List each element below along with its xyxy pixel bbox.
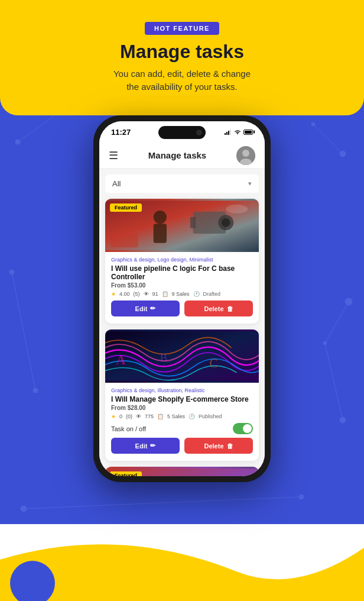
edit-icon-2: ✏ <box>150 442 155 450</box>
svg-line-16 <box>24 497 301 509</box>
rating-value-1: 4.00 <box>119 291 130 297</box>
svg-line-9 <box>18 112 59 142</box>
avatar[interactable] <box>236 146 255 165</box>
svg-line-13 <box>325 343 343 420</box>
status-time: 11:27 <box>111 128 131 137</box>
yellow-swoosh <box>0 524 364 601</box>
task-card: Featured Graphics & design, Logo design,… <box>105 199 259 324</box>
task-image-3: Featured <box>105 467 259 476</box>
views-icon-2: 👁 <box>136 413 141 419</box>
svg-point-32 <box>222 218 230 227</box>
price-value-2: $28.00 <box>128 405 146 411</box>
svg-line-11 <box>12 272 35 390</box>
task-actions-2: Edit ✏ Delete 🗑 <box>111 438 253 454</box>
svg-rect-20 <box>228 131 229 135</box>
delete-label-1: Delete <box>204 305 223 312</box>
task-body-1: Graphics & design, Logo design, Minimali… <box>105 252 259 324</box>
sales-icon-2: 📋 <box>157 413 164 419</box>
bottom-white <box>0 524 364 601</box>
svg-rect-21 <box>230 130 231 135</box>
status-icon-2: 🕐 <box>188 413 195 419</box>
svg-text:C: C <box>209 357 217 370</box>
phone-mockup: 11:27 <box>93 115 271 482</box>
filter-label: All <box>112 179 121 188</box>
featured-badge-3: Featured <box>110 471 142 476</box>
svg-line-12 <box>325 302 349 343</box>
price-value-1: $53.00 <box>128 282 146 289</box>
rating-icon-2: ★ <box>111 413 116 419</box>
task-thumbnail-2: A B C <box>105 329 259 383</box>
edit-label-1: Edit <box>135 305 148 312</box>
status-icon-1: 🕐 <box>193 291 200 297</box>
task-meta-1: ★ 4.00 (5) 👁 91 📋 9 Sales 🕐 Drafted <box>111 291 253 297</box>
svg-text:A: A <box>116 353 126 367</box>
views-2: 775 <box>145 413 154 419</box>
island-dot <box>196 130 202 135</box>
main-title: Manage tasks <box>120 41 244 63</box>
top-section: HOT FEATURE Manage tasks You can add, ed… <box>0 0 364 115</box>
trash-icon-1: 🗑 <box>227 305 233 312</box>
svg-rect-18 <box>225 133 226 135</box>
menu-icon[interactable]: ☰ <box>109 149 118 162</box>
task-price-1: From $53.00 <box>111 282 253 289</box>
rating-value-2: 0 <box>119 413 122 419</box>
phone-inner: 11:27 <box>99 121 265 476</box>
svg-text:B: B <box>160 351 167 364</box>
signal-icon <box>225 129 232 135</box>
toggle-knob <box>243 424 252 433</box>
svg-rect-19 <box>226 132 228 135</box>
edit-button-1[interactable]: Edit ✏ <box>111 300 180 316</box>
from-label-1: From <box>111 282 128 289</box>
dynamic-island <box>158 126 206 139</box>
app-bar-title: Manage tasks <box>124 150 230 160</box>
views-icon-1: 👁 <box>144 291 149 297</box>
status-bar: 11:27 <box>99 121 265 143</box>
sales-2: 5 Sales <box>167 413 185 419</box>
delete-button-2[interactable]: Delete 🗑 <box>184 438 253 454</box>
task-tags-1: Graphics & design, Logo design, Minimali… <box>111 257 253 263</box>
svg-rect-30 <box>190 217 196 228</box>
page-wrapper: HOT FEATURE Manage tasks You can add, ed… <box>0 0 364 601</box>
task-image-2: A B C <box>105 329 259 383</box>
reviews-2: (0) <box>126 413 132 419</box>
toggle-label: Task on / off <box>111 425 146 432</box>
svg-line-10 <box>313 124 343 154</box>
task-name-1: I Will use pipeline C logic For C base C… <box>111 264 253 281</box>
svg-point-27 <box>154 211 167 224</box>
trash-icon-2: 🗑 <box>227 442 233 450</box>
app-bar: ☰ Manage tasks <box>99 143 265 169</box>
content-area[interactable]: All ▾ <box>99 169 265 476</box>
chevron-down-icon: ▾ <box>248 180 252 188</box>
edit-label-2: Edit <box>135 442 148 450</box>
battery-icon <box>243 130 253 135</box>
sales-1: 9 Sales <box>172 291 190 297</box>
wifi-icon <box>234 129 241 135</box>
featured-badge-1: Featured <box>110 203 142 212</box>
task-price-2: From $28.00 <box>111 405 253 411</box>
svg-point-33 <box>226 205 248 214</box>
delete-button-1[interactable]: Delete 🗑 <box>184 300 253 316</box>
svg-point-22 <box>237 133 238 134</box>
from-label-2: From <box>111 405 128 411</box>
delete-label-2: Delete <box>204 442 223 450</box>
task-tags-2: Graphics & design, Illustration, Realist… <box>111 387 253 393</box>
sales-icon-1: 📋 <box>162 291 168 297</box>
task-card-3: Featured <box>105 467 259 476</box>
views-1: 91 <box>152 291 158 297</box>
task-toggle[interactable] <box>233 423 253 434</box>
rating-icon-1: ★ <box>111 291 116 297</box>
phone-outer: 11:27 <box>93 115 271 482</box>
task-actions-1: Edit ✏ Delete 🗑 <box>111 300 253 316</box>
status-icons <box>225 129 253 135</box>
status-2: Published <box>199 413 222 419</box>
task-image-1: Featured <box>105 199 259 252</box>
task-toggle-row: Task on / off <box>111 423 253 434</box>
sub-title: You can add, edit, delete & changethe av… <box>113 67 251 94</box>
filter-row[interactable]: All ▾ <box>105 175 259 193</box>
task-name-2: I Will Manage Shopify E-commerce Store <box>111 395 253 403</box>
edit-button-2[interactable]: Edit ✏ <box>111 438 180 454</box>
hot-feature-badge: HOT FEATURE <box>145 22 219 35</box>
svg-rect-28 <box>154 224 167 243</box>
svg-point-24 <box>242 150 249 157</box>
svg-rect-34 <box>110 234 138 247</box>
